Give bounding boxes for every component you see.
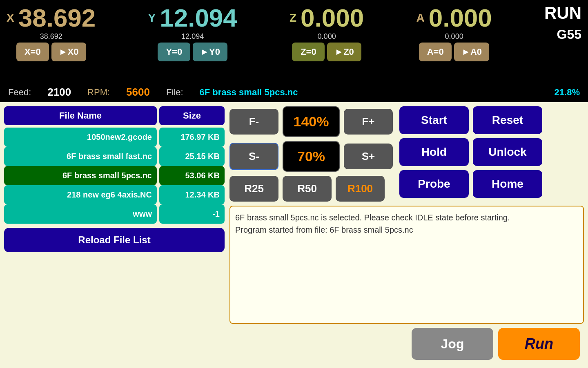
file-size-cell: -1 [159,204,225,224]
hold-button[interactable]: Hold [399,138,469,166]
z-axis-value-small: 0.000 [318,32,336,41]
feed-bar: Feed: 2100 RPM: 5600 File: 6F brass smal… [0,82,588,102]
a-axis-value-large: 0.000 [429,3,492,32]
s-plus-button[interactable]: S+ [344,144,393,169]
header: X 38.692 38.692 X=0 ►X0 Y 12.094 12.094 … [0,0,588,82]
a-axis-group: A 0.000 0.000 A=0 ►A0 [416,3,492,61]
x-axis-label: X [7,11,15,25]
a-axis-label: A [416,11,425,25]
y-axis-value-large: 12.094 [160,3,237,32]
file-value: 6F brass small 5pcs.nc [200,87,298,98]
main-panel: File Name Size 1050new2.gcode176.97 KB6F… [0,102,588,368]
action-row-3: Probe Home [399,170,542,198]
rpm-label: RPM: [87,87,110,98]
a-axis-value-small: 0.000 [445,32,463,41]
jog-button[interactable]: Jog [412,328,493,360]
r100-button[interactable]: R100 [336,176,385,202]
progress-percent: 21.8% [555,87,580,98]
reset-button[interactable]: Reset [473,106,542,134]
file-name-cell[interactable]: 1050new2.gcode [4,128,157,147]
a-zero-button[interactable]: A=0 [419,43,452,61]
y-goto-button[interactable]: ►Y0 [193,43,227,61]
f-minus-button[interactable]: F- [229,109,278,135]
s-percent-display: 70% [283,141,340,172]
run-button[interactable]: Run [498,328,580,360]
file-size-cell: 25.15 KB [159,147,225,166]
table-row[interactable]: 1050new2.gcode176.97 KB [4,128,225,147]
z-axis-value-large: 0.000 [301,3,364,32]
file-panel: File Name Size 1050new2.gcode176.97 KB6F… [4,106,225,364]
controls-panel: F- 140% F+ S- 70% S+ R25 R50 R100 [229,106,584,202]
action-row-1: Start Reset [399,106,542,134]
feed-row: F- 140% F+ [229,106,393,137]
z-zero-button[interactable]: Z=0 [292,43,325,61]
z-axis-group: Z 0.000 0.000 Z=0 ►Z0 [290,3,364,61]
action-row-2: Hold Unlock [399,138,542,166]
feed-label: Feed: [8,87,31,98]
s-minus-button[interactable]: S- [229,143,278,170]
right-panel: F- 140% F+ S- 70% S+ R25 R50 R100 [229,106,584,364]
rpm-value: 5600 [126,86,150,99]
y-zero-button[interactable]: Y=0 [158,43,190,61]
col-header-name: File Name [4,106,157,125]
y-axis-value-small: 12.094 [181,32,204,41]
header-right: RUN G55 [544,3,581,42]
file-name-cell[interactable]: 6F brass small fast.nc [4,147,157,166]
file-size-cell: 12.34 KB [159,185,225,204]
table-row[interactable]: 218 new eg6 4axis.NC12.34 KB [4,185,225,204]
file-name-cell[interactable]: 6F brass small 5pcs.nc [4,166,157,185]
start-button[interactable]: Start [399,106,469,134]
file-size-cell: 176.97 KB [159,128,225,147]
y-axis-label: Y [148,11,157,25]
file-size-cell: 53.06 KB [159,166,225,185]
probe-button[interactable]: Probe [399,170,469,198]
f-percent-display: 140% [283,106,340,137]
bottom-buttons: Jog Run [229,328,584,364]
z-axis-label: Z [290,11,297,25]
x-axis-value-small: 38.692 [40,32,62,41]
f-plus-button[interactable]: F+ [344,109,393,135]
file-label: File: [166,87,183,98]
col-header-size: Size [159,106,225,125]
z-goto-button[interactable]: ►Z0 [327,43,361,61]
x-axis-group: X 38.692 38.692 X=0 ►X0 [7,3,96,61]
r50-button[interactable]: R50 [283,176,332,202]
speed-row: S- 70% S+ [229,141,393,172]
x-goto-button[interactable]: ►X0 [51,43,86,61]
r25-button[interactable]: R25 [229,176,278,202]
file-name-cell[interactable]: 218 new eg6 4axis.NC [4,185,157,204]
file-name-cell[interactable]: www [4,204,157,224]
y-axis-group: Y 12.094 12.094 Y=0 ►Y0 [148,3,237,61]
table-row[interactable]: 6F brass small 5pcs.nc53.06 KB [4,166,225,185]
a-goto-button[interactable]: ►A0 [454,43,489,61]
x-axis-value-large: 38.692 [18,3,96,32]
action-buttons: Start Reset Hold Unlock Probe Home [399,106,542,202]
table-row[interactable]: www-1 [4,204,225,224]
x-zero-button[interactable]: X=0 [16,43,49,61]
feed-value: 2100 [47,86,71,99]
file-rows: 1050new2.gcode176.97 KB6F brass small fa… [4,128,225,224]
run-status-label: RUN [544,3,581,23]
rapid-row: R25 R50 R100 [229,176,393,202]
table-row[interactable]: 6F brass small fast.nc25.15 KB [4,147,225,166]
unlock-button[interactable]: Unlock [473,138,542,166]
file-list-header: File Name Size [4,106,225,125]
home-button[interactable]: Home [473,170,542,198]
message-box: 6F brass small 5pcs.nc is selected. Plea… [229,206,584,324]
jog-controls: F- 140% F+ S- 70% S+ R25 R50 R100 [229,106,393,202]
g55-label: G55 [557,27,581,42]
reload-file-list-button[interactable]: Reload File List [4,228,225,252]
